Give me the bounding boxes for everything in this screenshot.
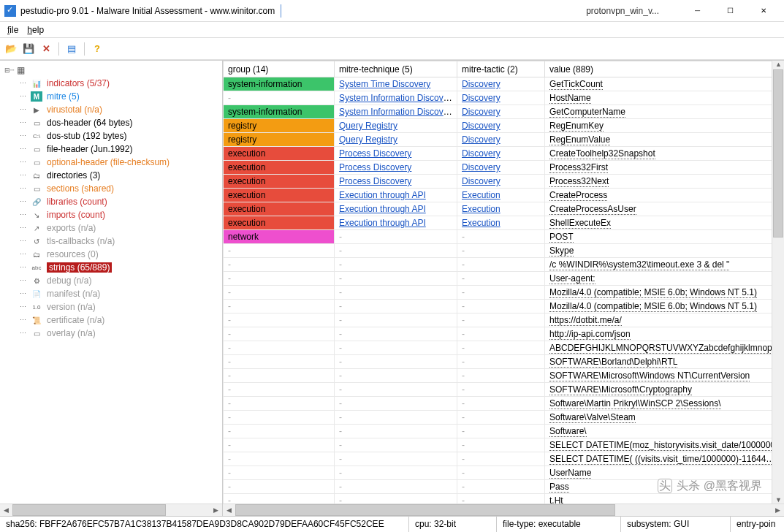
tree-item[interactable]: ⋯abcstrings (65/889) — [1, 261, 221, 274]
close-button[interactable]: ✕ — [747, 0, 780, 21]
tree-item[interactable]: ⋯▭optional-header (file-checksum) — [1, 156, 221, 169]
close-file-button[interactable]: ✕ — [38, 41, 54, 57]
grid-row[interactable]: executionExecution through APIExecutionC… — [224, 189, 784, 202]
col-group[interactable]: group (14) — [224, 61, 335, 77]
grid-row[interactable]: ---t.Ht — [224, 494, 784, 504]
tree-item-icon: abc — [31, 262, 42, 273]
grid-row[interactable]: executionProcess DiscoveryDiscoveryProce… — [224, 161, 784, 175]
cell-technique[interactable]: System Information Discovery — [335, 105, 457, 119]
grid-row[interactable]: ---Mozilla/4.0 (compatible; MSIE 6.0b; W… — [224, 286, 784, 300]
cell-tactic[interactable]: Execution — [457, 189, 545, 202]
save-button[interactable]: 💾 — [20, 41, 37, 57]
cell-technique: - — [335, 452, 457, 466]
menu-help[interactable]: help — [23, 23, 48, 37]
grid-row[interactable]: executionProcess DiscoveryDiscoveryProce… — [224, 175, 784, 189]
tree-item[interactable]: ⋯📜certificate (n/a) — [1, 314, 221, 327]
grid-row[interactable]: ---Software\ — [224, 425, 784, 438]
tree-item[interactable]: ⋯🗂directories (3) — [1, 169, 221, 182]
cell-technique[interactable]: Execution through API — [335, 216, 457, 230]
content-vscroll[interactable]: ▲ ▼ — [772, 61, 784, 503]
notes-button[interactable]: ▤ — [64, 41, 80, 57]
grid-row[interactable]: ---ABCDEFGHIJKLMNOPQRSTUVWXYZabcdefghijk… — [224, 341, 784, 355]
grid-row[interactable]: ---Mozilla/4.0 (compatible; MSIE 6.0b; W… — [224, 300, 784, 314]
cell-value: CreateProcess — [545, 189, 784, 202]
grid-row[interactable]: ---Pass — [224, 480, 784, 494]
tree-item[interactable]: ⋯1.0version (n/a) — [1, 300, 221, 314]
cell-technique[interactable]: System Information Discovery — [335, 91, 457, 105]
grid-row[interactable]: system-informationSystem Time DiscoveryD… — [224, 77, 784, 91]
col-value[interactable]: value (889) — [545, 61, 784, 77]
content-hscroll[interactable]: ◀ ▶ — [223, 503, 784, 516]
grid-row[interactable]: ---SOFTWARE\Microsoft\Windows NT\Current… — [224, 369, 784, 383]
maximize-button[interactable]: ☐ — [714, 0, 747, 21]
tree[interactable]: ⊟┄▦ ⋯📊indicators (5/37)⋯Mmitre (5)⋯▶viru… — [0, 61, 222, 503]
tree-item[interactable]: ⋯Mmitre (5) — [1, 90, 221, 103]
grid-row[interactable]: ---https://dotbit.me/a/ — [224, 314, 784, 327]
grid-row[interactable]: executionProcess DiscoveryDiscoveryCreat… — [224, 147, 784, 161]
cell-tactic[interactable]: Discovery — [457, 77, 545, 91]
tree-item[interactable]: ⋯▭dos-header (64 bytes) — [1, 116, 221, 129]
tree-item[interactable]: ⋯🗂resources (0) — [1, 248, 221, 261]
grid-row[interactable]: ---SOFTWARE\Borland\Delphi\RTL — [224, 355, 784, 369]
cell-tactic[interactable]: Discovery — [457, 91, 545, 105]
sidebar-hscroll[interactable]: ◀ ▶ — [0, 503, 222, 516]
grid-row[interactable]: executionExecution through APIExecutionC… — [224, 202, 784, 216]
grid-row[interactable]: ---SELECT DATETIME(moz_historyvisits.vis… — [224, 438, 784, 452]
tree-item[interactable]: ⋯▭file-header (Jun.1992) — [1, 142, 221, 156]
cell-technique[interactable]: System Time Discovery — [335, 77, 457, 91]
grid-row[interactable]: registryQuery RegistryDiscoveryRegEnumKe… — [224, 119, 784, 133]
cell-technique[interactable]: Process Discovery — [335, 175, 457, 189]
cell-technique[interactable]: Query Registry — [335, 119, 457, 133]
tree-item-icon: 🗂 — [31, 249, 42, 259]
cell-tactic[interactable]: Discovery — [457, 119, 545, 133]
cell-tactic[interactable]: Execution — [457, 202, 545, 216]
expand-icon: ⋯ — [19, 290, 26, 297]
cell-technique[interactable]: Query Registry — [335, 133, 457, 147]
tree-item[interactable]: ⋯📄manifest (n/a) — [1, 287, 221, 300]
grid-row[interactable]: ---Software\Martin Prikryl\WinSCP 2\Sess… — [224, 397, 784, 411]
tree-item[interactable]: ⋯▭overlay (n/a) — [1, 327, 221, 340]
tree-item-icon: ▭ — [31, 157, 42, 167]
cell-tactic[interactable]: Discovery — [457, 161, 545, 175]
minimize-button[interactable]: ─ — [681, 0, 714, 21]
grid-row[interactable]: ---http://ip-api.com/json — [224, 327, 784, 341]
tree-item[interactable]: ⋯↗exports (n/a) — [1, 221, 221, 235]
grid-row[interactable]: ---User-agent: — [224, 272, 784, 286]
tree-item[interactable]: ⋯↺tls-callbacks (n/a) — [1, 235, 221, 248]
grid-row[interactable]: ---SOFTWARE\Microsoft\Cryptography — [224, 383, 784, 397]
cell-tactic[interactable]: Discovery — [457, 105, 545, 119]
grid-row[interactable]: ---UserName — [224, 466, 784, 480]
cell-technique[interactable]: Execution through API — [335, 189, 457, 202]
cell-tactic[interactable]: Discovery — [457, 133, 545, 147]
cell-tactic[interactable]: Discovery — [457, 175, 545, 189]
help-button[interactable]: ? — [89, 41, 105, 57]
grid-row[interactable]: system-informationSystem Information Dis… — [224, 105, 784, 119]
grid-row[interactable]: ---SELECT DATETIME( ((visits.visit_time/… — [224, 452, 784, 466]
tree-item[interactable]: ⋯📊indicators (5/37) — [1, 77, 221, 90]
open-button[interactable]: 📂 — [3, 41, 19, 57]
tree-item-label: tls-callbacks (n/a) — [47, 236, 115, 246]
strings-grid[interactable]: group (14) mitre-technique (5) mitre-tac… — [223, 61, 784, 503]
cell-technique[interactable]: Process Discovery — [335, 161, 457, 175]
grid-row[interactable]: ---Software\Valve\Steam — [224, 411, 784, 425]
grid-row[interactable]: ---Skype — [224, 244, 784, 258]
tree-root[interactable]: ⊟┄▦ — [1, 64, 221, 77]
grid-row[interactable]: network--POST — [224, 230, 784, 244]
tree-item[interactable]: ⋯▭sections (shared) — [1, 182, 221, 195]
tree-item[interactable]: ⋯↘imports (count) — [1, 208, 221, 221]
grid-row[interactable]: ---/c %WINDIR%\system32\timeout.exe 3 & … — [224, 258, 784, 272]
col-tactic[interactable]: mitre-tactic (2) — [457, 61, 545, 77]
grid-row[interactable]: executionExecution through APIExecutionS… — [224, 216, 784, 230]
cell-tactic[interactable]: Execution — [457, 216, 545, 230]
grid-row[interactable]: registryQuery RegistryDiscoveryRegEnumVa… — [224, 133, 784, 147]
col-technique[interactable]: mitre-technique (5) — [335, 61, 457, 77]
tree-item[interactable]: ⋯▶virustotal (n/a) — [1, 103, 221, 116]
menu-file[interactable]: file — [3, 23, 23, 37]
cell-technique[interactable]: Process Discovery — [335, 147, 457, 161]
cell-technique[interactable]: Execution through API — [335, 202, 457, 216]
tree-item[interactable]: ⋯🔗libraries (count) — [1, 195, 221, 208]
tree-item[interactable]: ⋯⚙debug (n/a) — [1, 274, 221, 287]
tree-item[interactable]: ⋯C:\dos-stub (192 bytes) — [1, 129, 221, 142]
grid-row[interactable]: -System Information DiscoveryDiscoveryHo… — [224, 91, 784, 105]
cell-tactic[interactable]: Discovery — [457, 147, 545, 161]
